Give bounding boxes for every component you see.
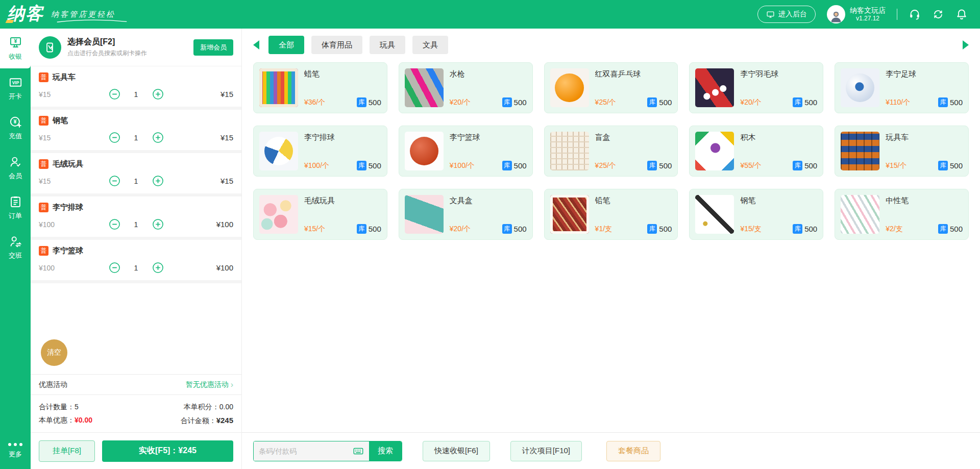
points-label: 本单积分：	[184, 403, 219, 411]
brand-logo: 纳客 纳客管店更轻松	[7, 5, 133, 24]
product-card[interactable]: 李宁足球 ¥110/个 库500	[835, 62, 969, 113]
sidebar-item-members[interactable]: 会员	[0, 148, 31, 188]
account-block[interactable]: 纳客文玩店 v1.27.12	[827, 5, 886, 23]
sync-icon[interactable]	[932, 8, 944, 20]
product-name: 李宁羽毛球	[740, 68, 817, 79]
bell-icon[interactable]	[955, 8, 968, 20]
product-name: 文具盒	[450, 195, 527, 206]
combo-products-button[interactable]: 套餐商品	[606, 441, 660, 461]
header-actions: 进入后台 纳客文玩店 v1.27.12	[757, 5, 968, 23]
order-summary: 合计数量：5 本单积分：0.00 本单优惠：¥0.00 合计金额：¥245	[31, 394, 241, 432]
pencils-photo	[550, 195, 589, 234]
stock-badge: 库	[502, 161, 512, 170]
product-price: ¥20/个	[450, 225, 471, 234]
header-divider	[897, 9, 897, 20]
stock-badge: 库	[357, 97, 366, 107]
line-total: ¥15	[186, 90, 233, 98]
product-name: 积木	[740, 132, 817, 142]
promo-link[interactable]: 暂无优惠活动 ›	[186, 380, 233, 389]
product-card[interactable]: 蜡笔 ¥36/个 库500	[253, 62, 387, 113]
product-card[interactable]: 中性笔 ¥2/支 库500	[835, 189, 969, 240]
add-member-button[interactable]: 新增会员	[193, 39, 233, 56]
quantity-value: 1	[134, 177, 139, 185]
toy-car-photo	[841, 132, 879, 170]
increase-qty-button[interactable]	[152, 218, 164, 230]
counting-items-button[interactable]: 计次项目[F10]	[510, 441, 582, 461]
decrease-qty-button[interactable]	[109, 262, 120, 274]
product-card[interactable]: 文具盒 ¥20/个 库500	[399, 189, 533, 240]
category-prev-icon[interactable]	[253, 40, 259, 50]
member-header: 选择会员[F2] 点击进行会员搜索或刷卡操作 新增会员	[31, 29, 241, 66]
select-member-button[interactable]: 选择会员[F2] 点击进行会员搜索或刷卡操作	[67, 37, 193, 58]
hold-order-button[interactable]: 挂单[F8]	[39, 440, 95, 462]
increase-qty-button[interactable]	[152, 132, 164, 143]
cart-item-name: 李宁篮球	[53, 246, 83, 256]
tab-all[interactable]: 全部	[268, 36, 304, 54]
badminton-photo	[695, 68, 734, 107]
product-price: ¥15/个	[304, 225, 325, 234]
product-card[interactable]: 李宁篮球 ¥100/个 库500	[399, 126, 533, 177]
sidebar-item-cashier[interactable]: ¥ 收银	[0, 29, 31, 68]
barcode-input[interactable]	[259, 447, 353, 455]
tab-stationery[interactable]: 文具	[412, 36, 448, 54]
enter-backstage-button[interactable]: 进入后台	[757, 6, 816, 23]
product-card[interactable]: 红双喜乒乓球 ¥25/个 库500	[544, 62, 678, 113]
total-qty-label: 合计数量：	[39, 403, 75, 411]
vip-card-icon: VIP	[9, 76, 22, 89]
customer-service-icon[interactable]	[909, 8, 921, 20]
product-name: 盲盒	[595, 132, 672, 142]
more-dots-icon	[8, 443, 22, 446]
keyboard-icon[interactable]	[353, 446, 364, 457]
sidebar-item-shift[interactable]: 交班	[0, 228, 31, 267]
stock-count: 500	[659, 161, 672, 170]
product-price: ¥100/个	[450, 161, 475, 170]
increase-qty-button[interactable]	[152, 88, 164, 100]
item-type-badge: 普	[39, 159, 48, 169]
search-button[interactable]: 搜索	[369, 441, 402, 461]
stock-count: 500	[369, 225, 381, 233]
cart-panel: 选择会员[F2] 点击进行会员搜索或刷卡操作 新增会员 普玩具车 ¥15 1 ¥…	[31, 29, 242, 469]
decrease-qty-button[interactable]	[109, 132, 120, 143]
tab-sports[interactable]: 体育用品	[311, 36, 362, 54]
decrease-qty-button[interactable]	[109, 88, 120, 100]
increase-qty-button[interactable]	[152, 175, 164, 187]
product-card[interactable]: 钢笔 ¥15/支 库500	[689, 189, 823, 240]
unit-price: ¥15	[39, 177, 86, 185]
recharge-icon: ¥	[9, 115, 22, 129]
product-card[interactable]: 李宁排球 ¥100/个 库500	[253, 126, 387, 177]
product-card[interactable]: 李宁羽毛球 ¥20/个 库500	[689, 62, 823, 113]
category-next-icon[interactable]	[963, 40, 969, 50]
decrease-qty-button[interactable]	[109, 218, 120, 230]
sidebar-item-orders[interactable]: 订单	[0, 188, 31, 228]
quick-cashier-button[interactable]: 快速收银[F6]	[423, 441, 490, 461]
product-price: ¥1/支	[595, 225, 612, 234]
decrease-qty-button[interactable]	[109, 175, 120, 187]
sidebar-item-more[interactable]: 更多	[0, 432, 31, 469]
product-grid: 蜡笔 ¥36/个 库500 水枪 ¥20/个 库500 红双喜乒乓球 ¥25/个…	[242, 61, 980, 240]
total-qty-value: 5	[75, 403, 79, 411]
fountain-pen-photo	[695, 195, 734, 234]
svg-text:¥: ¥	[13, 118, 16, 125]
sidebar-item-recharge[interactable]: ¥ 充值	[0, 108, 31, 148]
product-price: ¥55/个	[740, 161, 761, 170]
quantity-value: 1	[134, 90, 139, 98]
sidebar-item-open-card[interactable]: VIP 开卡	[0, 68, 31, 108]
product-card[interactable]: 盲盒 ¥25/个 库500	[544, 126, 678, 177]
checkout-button[interactable]: 实收[F5]：¥245	[102, 440, 233, 462]
discount-value: ¥0.00	[75, 416, 92, 424]
product-price: ¥100/个	[304, 161, 329, 170]
cart-item: 普李宁篮球 ¥100 1 ¥100	[31, 240, 241, 283]
cart-item: 普钢笔 ¥15 1 ¥15	[31, 110, 241, 153]
product-card[interactable]: 积木 ¥55/个 库500	[689, 126, 823, 177]
product-card[interactable]: 玩具车 ¥15/个 库500	[835, 126, 969, 177]
stock-badge: 库	[647, 97, 657, 107]
product-card[interactable]: 铅笔 ¥1/支 库500	[544, 189, 678, 240]
item-type-badge: 普	[39, 203, 48, 212]
clear-cart-button[interactable]: 清空	[41, 339, 67, 366]
tab-toys[interactable]: 玩具	[370, 36, 405, 54]
crayons-photo	[259, 68, 298, 107]
product-card[interactable]: 水枪 ¥20/个 库500	[399, 62, 533, 113]
increase-qty-button[interactable]	[152, 262, 164, 274]
stock-badge: 库	[502, 224, 512, 234]
product-card[interactable]: 毛绒玩具 ¥15/个 库500	[253, 189, 387, 240]
